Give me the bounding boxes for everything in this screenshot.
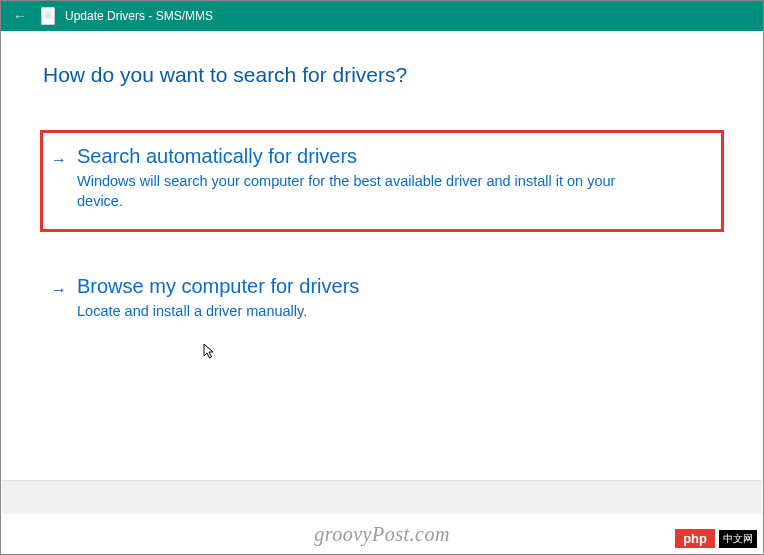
option-title: Browse my computer for drivers bbox=[77, 275, 711, 298]
device-icon bbox=[41, 7, 55, 25]
option-description: Locate and install a driver manually. bbox=[77, 302, 637, 322]
options-list: → Search automatically for drivers Windo… bbox=[43, 133, 721, 340]
window-title: Update Drivers - SMS/MMS bbox=[65, 9, 213, 23]
titlebar: ← Update Drivers - SMS/MMS bbox=[1, 1, 763, 31]
page-heading: How do you want to search for drivers? bbox=[43, 63, 721, 87]
option-browse-computer[interactable]: → Browse my computer for drivers Locate … bbox=[43, 263, 721, 340]
php-logo: php bbox=[675, 529, 715, 548]
dialog-footer bbox=[2, 480, 762, 514]
watermark-text: groovyPost.com bbox=[1, 523, 763, 546]
dialog-content: How do you want to search for drivers? →… bbox=[1, 31, 763, 340]
php-cn-label: 中文网 bbox=[719, 530, 757, 548]
cursor-icon bbox=[203, 343, 217, 365]
arrow-right-icon: → bbox=[51, 275, 67, 301]
arrow-right-icon: → bbox=[51, 145, 67, 171]
option-title: Search automatically for drivers bbox=[77, 145, 711, 168]
php-badge: php 中文网 bbox=[675, 529, 757, 548]
option-description: Windows will search your computer for th… bbox=[77, 172, 637, 211]
option-search-automatically[interactable]: → Search automatically for drivers Windo… bbox=[43, 133, 721, 229]
back-arrow-icon[interactable]: ← bbox=[9, 8, 31, 24]
